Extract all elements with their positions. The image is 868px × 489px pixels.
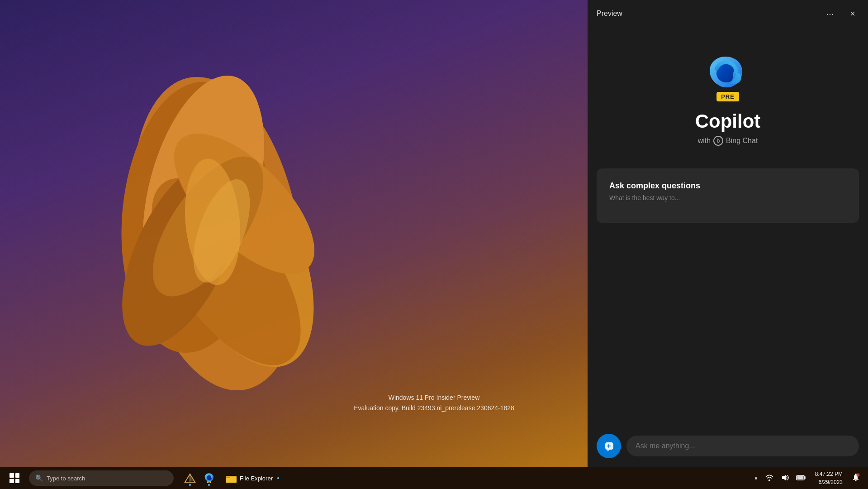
panel-footer xyxy=(588,427,868,467)
panel-title: Preview xyxy=(597,10,823,18)
file-explorer-label: File Explorer xyxy=(240,475,273,482)
windows-logo-icon xyxy=(9,473,19,483)
copilot-title: Copilot xyxy=(695,110,761,132)
pre-badge: PRE xyxy=(716,92,739,101)
new-topic-button[interactable] xyxy=(597,434,621,458)
taskbar-dot-copilot xyxy=(208,484,210,486)
bing-icon: b xyxy=(713,136,723,146)
watermark: Windows 11 Pro Insider Preview Evaluatio… xyxy=(354,393,514,413)
pyramid-icon xyxy=(184,473,196,483)
search-icon: 🔍 xyxy=(35,475,43,482)
panel-body: PRE Copilot with b Bing Chat Ask complex… xyxy=(588,27,868,427)
taskbar-pinned-icons: PRE xyxy=(181,469,218,487)
system-clock[interactable]: 8:47:22 PM 6/29/2023 xyxy=(811,468,847,488)
suggestion-card-title: Ask complex questions xyxy=(609,181,846,191)
start-button[interactable] xyxy=(5,469,24,487)
copilot-logo-container: PRE xyxy=(705,54,750,100)
file-explorer-dot xyxy=(277,477,279,479)
taskbar: 🔍 Type to search xyxy=(0,467,868,489)
panel-header-actions: ··· × xyxy=(823,7,859,20)
subtitle-product: Bing Chat xyxy=(726,137,758,145)
clock-date: 6/29/2023 xyxy=(815,478,843,486)
tray-overflow-button[interactable]: ∧ xyxy=(751,473,761,483)
clock-time: 8:47:22 PM xyxy=(815,470,843,478)
svg-rect-26 xyxy=(797,476,803,479)
notification-bell-icon[interactable]: ! xyxy=(849,471,863,485)
volume-icon[interactable] xyxy=(778,472,792,484)
copilot-subtitle: with b Bing Chat xyxy=(698,136,758,146)
system-tray: ∧ 8:47:22 PM xyxy=(751,468,863,488)
svg-rect-22 xyxy=(226,477,230,478)
file-explorer-icon xyxy=(225,473,237,483)
search-bar[interactable]: 🔍 Type to search xyxy=(29,470,174,486)
taskbar-file-explorer[interactable]: File Explorer xyxy=(222,469,283,487)
copilot-panel: Preview ··· × xyxy=(588,0,868,467)
subtitle-prefix: with xyxy=(698,137,711,145)
suggestion-card-text: What is the best way to... xyxy=(609,194,846,201)
svg-rect-25 xyxy=(804,476,806,479)
ask-input[interactable] xyxy=(626,436,859,456)
wifi-icon[interactable] xyxy=(763,472,776,484)
copilot-logo-area: PRE Copilot with b Bing Chat xyxy=(695,54,761,146)
close-button[interactable]: × xyxy=(846,7,859,20)
copilot-taskbar-icon: PRE xyxy=(204,473,214,484)
taskbar-dot xyxy=(189,484,191,486)
svg-point-27 xyxy=(855,480,857,481)
copilot-app-icon xyxy=(705,54,746,95)
more-options-button[interactable]: ··· xyxy=(823,7,838,20)
svg-marker-23 xyxy=(782,475,786,480)
panel-header: Preview ··· × xyxy=(588,0,868,27)
svg-text:!: ! xyxy=(858,474,858,476)
svg-text:PRE: PRE xyxy=(208,482,210,483)
search-placeholder-text: Type to search xyxy=(47,475,85,482)
battery-icon[interactable] xyxy=(793,473,809,484)
taskbar-icon-pyramid[interactable] xyxy=(181,469,199,487)
taskbar-icon-copilot-preview[interactable]: PRE xyxy=(200,469,218,487)
suggestion-card[interactable]: Ask complex questions What is the best w… xyxy=(597,168,859,223)
